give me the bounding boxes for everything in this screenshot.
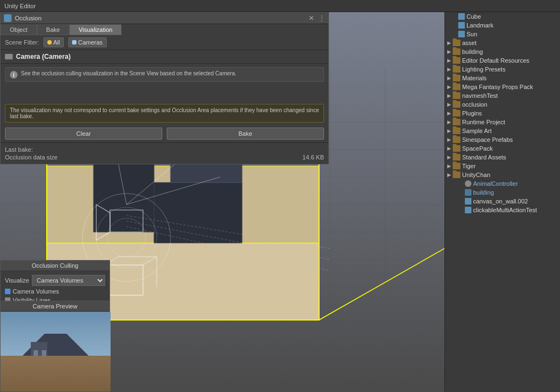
spacer: [1, 85, 328, 102]
arrow-tiger: ▶: [447, 163, 453, 169]
svg-rect-46: [1, 356, 111, 391]
hierarchy-item-building1[interactable]: ▶ building: [445, 47, 560, 56]
camera-volumes-label: Camera Volumes: [13, 288, 59, 295]
arrow-mega-fantasy: ▶: [447, 84, 453, 90]
occlusion-data-value: 14.6 KB: [303, 154, 324, 161]
hierarchy-item-occlusion[interactable]: ▶ occlusion: [445, 100, 560, 109]
item-label-mega-fantasy: Mega Fantasy Props Pack: [462, 84, 533, 90]
tab-object[interactable]: Object: [1, 24, 37, 35]
tab-bar: Object Bake Visualization: [1, 24, 328, 35]
top-bar-title: Unity Editor: [4, 3, 36, 9]
item-label-occlusion: occlusion: [462, 101, 487, 108]
hierarchy-item-navmesh[interactable]: ▶ navmeshTest: [445, 91, 560, 100]
main-layout: Occlusion Culling Visualize Camera Volum…: [0, 12, 560, 392]
info-text: See the occlusion culling visualization …: [21, 70, 237, 76]
hierarchy-item-tiger[interactable]: ▶ Tiger: [445, 162, 560, 170]
item-label-cube: Cube: [466, 13, 481, 20]
hierarchy-item-clickable-multi[interactable]: clickableMultiActionTest: [445, 206, 560, 214]
scene-viewport[interactable]: Occlusion Culling Visualize Camera Volum…: [0, 12, 444, 392]
scene-filter-label: Scene Filter:: [5, 39, 39, 46]
item-label-runtime-project: Runtime Project: [462, 119, 505, 125]
hierarchy-item-unitychan[interactable]: ▶ UnityChan: [445, 170, 560, 179]
arrow-spacepack: ▶: [447, 146, 453, 151]
folder-icon-lighting-presets: [453, 66, 460, 73]
bake-info: Last bake: Occlusion data size 14.6 KB: [1, 143, 328, 164]
camera-section: Camera (Camera): [1, 50, 328, 64]
cameras-filter-btn[interactable]: Cameras: [68, 37, 107, 47]
culling-panel-title: Occlusion Culling: [32, 262, 79, 269]
hierarchy-item-cube[interactable]: Cube: [445, 12, 560, 21]
arrow-occlusion: ▶: [447, 102, 453, 107]
folder-icon-sample-art: [453, 128, 460, 134]
hierarchy-item-editor-default[interactable]: ▶ Editor Default Resources: [445, 56, 560, 65]
cameras-filter-icon: [72, 40, 76, 45]
item-label-unitychan: UnityChan: [462, 172, 490, 178]
hierarchy-item-sun[interactable]: Sun: [445, 30, 560, 38]
hierarchy-item-standard-assets[interactable]: ▶ Standard Assets: [445, 153, 560, 162]
folder-icon-sinespace: [453, 136, 460, 143]
hierarchy-item-asset[interactable]: ▶ asset: [445, 38, 560, 47]
hierarchy-item-spacepack[interactable]: ▶ SpacePack: [445, 144, 560, 153]
item-label-animalcontroller: AnimalController: [473, 180, 518, 187]
bake-button[interactable]: Bake: [167, 128, 324, 140]
camera-volumes-row: Camera Volumes: [5, 287, 105, 296]
camera-icon: [5, 54, 13, 59]
hierarchy-item-materials[interactable]: ▶ Materials: [445, 74, 560, 82]
occlusion-data-row: Occlusion data size 14.6 KB: [5, 153, 324, 161]
hierarchy-item-sample-art[interactable]: ▶ Sample Art: [445, 126, 560, 135]
warning-box: The visualization may not correspond to …: [5, 104, 324, 123]
occlusion-panel-icon: [4, 14, 12, 22]
file-icon-clickable-multi: [465, 207, 471, 213]
camera-preview-title: Camera Preview: [32, 303, 77, 310]
arrow-lighting-presets: ▶: [447, 67, 453, 72]
close-button[interactable]: ✕: [306, 14, 316, 22]
hierarchy-item-plugins[interactable]: ▶ Plugins: [445, 109, 560, 118]
occlusion-panel-header: Occlusion ✕ ⋮: [1, 13, 328, 24]
item-label-materials: Materials: [462, 75, 487, 81]
arrow-plugins: ▶: [447, 111, 453, 116]
folder-icon-navmesh: [453, 92, 460, 99]
hierarchy-item-mega-fantasy[interactable]: ▶ Mega Fantasy Props Pack: [445, 82, 560, 91]
folder-icon-tiger: [453, 163, 460, 169]
hierarchy-item-building2[interactable]: building: [445, 188, 560, 197]
folder-icon-materials: [453, 75, 460, 81]
item-label-sinespace: Sinespace Prefabs: [462, 136, 513, 143]
visualize-dropdown[interactable]: Camera Volumes: [32, 275, 105, 286]
hierarchy-item-lighting-presets[interactable]: ▶ Lighting Presets: [445, 65, 560, 74]
tab-bake[interactable]: Bake: [37, 24, 69, 35]
item-label-building2: building: [473, 189, 494, 196]
item-label-sample-art: Sample Art: [462, 128, 492, 134]
folder-icon-spacepack: [453, 145, 460, 152]
occlusion-panel-title: Occlusion: [15, 15, 41, 21]
arrow-unitychan: ▶: [447, 172, 453, 178]
gear-icon-animalcontroller: [465, 180, 471, 187]
info-icon: i: [10, 71, 18, 79]
hierarchy-item-canvas-on-wall[interactable]: canvas_on_wall.002: [445, 197, 560, 206]
all-filter-btn[interactable]: All: [43, 37, 64, 47]
hierarchy-item-runtime-project[interactable]: ▶ Runtime Project: [445, 118, 560, 126]
info-box: i See the occlusion culling visualizatio…: [5, 67, 324, 82]
last-bake-label: Last bake:: [5, 146, 33, 153]
file-icon-landmark: [458, 22, 465, 29]
hierarchy-item-animalcontroller[interactable]: AnimalController: [445, 179, 560, 188]
arrow-materials: ▶: [447, 75, 453, 81]
hierarchy-item-landmark[interactable]: Landmark: [445, 21, 560, 30]
folder-icon-mega-fantasy: [453, 84, 460, 90]
tab-visualization[interactable]: Visualization: [69, 24, 122, 35]
clear-button[interactable]: Clear: [5, 128, 162, 140]
occlusion-panel: Occlusion ✕ ⋮ Object Bake Visualization …: [0, 12, 329, 164]
item-label-building1: building: [462, 48, 483, 55]
last-bake-row: Last bake:: [5, 146, 324, 153]
camera-section-title: Camera (Camera): [16, 53, 70, 60]
arrow-navmesh: ▶: [447, 93, 453, 98]
camera-preview-header: Camera Preview: [1, 301, 109, 312]
item-label-spacepack: SpacePack: [462, 145, 493, 152]
hierarchy-item-sinespace[interactable]: ▶ Sinespace Prefabs: [445, 135, 560, 144]
arrow-runtime-project: ▶: [447, 119, 453, 125]
folder-icon-runtime-project: [453, 119, 460, 125]
svg-rect-51: [42, 350, 46, 356]
header-controls: ✕ ⋮: [306, 14, 325, 22]
arrow-sample-art: ▶: [447, 128, 453, 134]
arrow-sinespace: ▶: [447, 137, 453, 142]
menu-button[interactable]: ⋮: [319, 14, 325, 22]
